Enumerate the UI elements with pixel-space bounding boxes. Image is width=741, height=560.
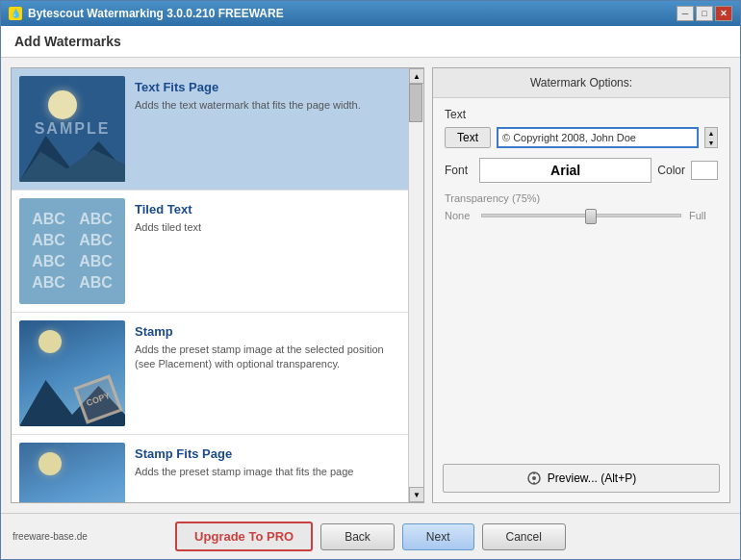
tiled-abc: ABC bbox=[27, 232, 70, 249]
transparency-slider-track[interactable] bbox=[481, 214, 681, 217]
page-heading: Add Watermarks bbox=[1, 26, 740, 58]
thumb-text-fits-page: SAMPLE bbox=[19, 76, 125, 182]
list-item[interactable]: ABC ABC ABC ABC ABC ABC ABC ABC Tiled Te… bbox=[12, 191, 408, 313]
list-item-text: Text Fits Page Adds the text watermark t… bbox=[135, 76, 400, 113]
sample-text: SAMPLE bbox=[35, 120, 111, 138]
options-header: Watermark Options: bbox=[433, 68, 729, 98]
font-label: Font bbox=[445, 164, 473, 177]
main-content: SAMPLE Text Fits Page Adds the text wate… bbox=[1, 58, 740, 513]
scroll-thumb-area bbox=[409, 84, 423, 487]
text-input[interactable] bbox=[497, 127, 699, 148]
list-item-text: Stamp Fits Page Adds the preset stamp im… bbox=[135, 443, 400, 479]
preview-icon bbox=[526, 471, 542, 486]
tiled-grid: ABC ABC ABC ABC ABC ABC ABC ABC bbox=[19, 203, 125, 299]
list-item-desc: Adds the preset stamp image that fits th… bbox=[135, 465, 400, 479]
transparency-slider-thumb[interactable] bbox=[585, 209, 597, 224]
list-item-desc: Adds the preset stamp image at the selec… bbox=[135, 343, 400, 372]
scroll-up-button[interactable]: ▲ bbox=[409, 68, 424, 84]
text-scrollbar[interactable]: ▲ ▼ bbox=[704, 127, 718, 148]
scroll-thumb[interactable] bbox=[409, 84, 422, 122]
app-icon: 💧 bbox=[9, 7, 22, 20]
list-item[interactable]: COPY Stamp Adds the preset stamp image a… bbox=[12, 313, 408, 435]
text-section-label: Text bbox=[445, 108, 718, 121]
tiled-abc: ABC bbox=[74, 211, 117, 228]
list-item-text: Tiled Text Adds tiled text bbox=[135, 198, 400, 235]
slider-full-label: Full bbox=[689, 210, 718, 221]
titlebar-controls: ─ □ ✕ bbox=[677, 6, 732, 21]
watermark-list-scroll[interactable]: SAMPLE Text Fits Page Adds the text wate… bbox=[12, 68, 408, 502]
freeware-link[interactable]: freeware-base.de bbox=[13, 531, 88, 542]
list-scrollbar[interactable]: ▲ ▼ bbox=[408, 68, 423, 502]
mountain2 bbox=[19, 139, 125, 182]
tiled-abc: ABC bbox=[27, 253, 70, 270]
list-item[interactable]: SAMPLE Text Fits Page Adds the text wate… bbox=[12, 68, 408, 191]
list-item-title: Stamp bbox=[135, 324, 400, 339]
cancel-button[interactable]: Cancel bbox=[482, 523, 566, 550]
font-button[interactable]: Arial bbox=[479, 158, 652, 183]
options-body: Text Text ▲ ▼ Font Arial Color Tra bbox=[433, 98, 729, 456]
text-scroll-up[interactable]: ▲ bbox=[705, 128, 717, 138]
text-row: Text ▲ ▼ bbox=[445, 127, 718, 148]
minimize-button[interactable]: ─ bbox=[677, 6, 694, 21]
list-item-title: Stamp Fits Page bbox=[135, 446, 400, 461]
text-button[interactable]: Text bbox=[445, 127, 491, 148]
small-moon bbox=[38, 452, 62, 475]
thumb-stamp-fits bbox=[19, 443, 125, 502]
bottom-bar: freeware-base.de Upgrade To PRO Back Nex… bbox=[1, 513, 740, 559]
list-item-desc: Adds the text watermark that fits the pa… bbox=[135, 98, 400, 113]
font-row: Font Arial Color bbox=[445, 158, 718, 183]
back-button[interactable]: Back bbox=[320, 523, 395, 550]
close-button[interactable]: ✕ bbox=[715, 6, 732, 21]
text-scroll-down[interactable]: ▼ bbox=[705, 138, 717, 147]
list-item-desc: Adds tiled text bbox=[135, 220, 400, 235]
next-button[interactable]: Next bbox=[402, 523, 474, 550]
list-item-title: Text Fits Page bbox=[135, 80, 400, 94]
tiled-abc: ABC bbox=[74, 232, 117, 249]
moon-decoration bbox=[48, 90, 77, 119]
svg-point-1 bbox=[532, 476, 536, 480]
color-label: Color bbox=[657, 164, 685, 177]
preview-label: Preview... (Alt+P) bbox=[548, 471, 636, 485]
thumb-stamp: COPY bbox=[19, 320, 125, 426]
preview-button[interactable]: Preview... (Alt+P) bbox=[443, 464, 720, 493]
slider-row: None Full bbox=[445, 210, 718, 221]
list-item-text: Stamp Adds the preset stamp image at the… bbox=[135, 320, 400, 372]
tiled-abc: ABC bbox=[27, 211, 70, 228]
app-window: 💧 Bytescout Watermarking 3.0.0.210 FREEW… bbox=[0, 0, 741, 560]
window-title: Bytescout Watermarking 3.0.0.210 FREEWAR… bbox=[28, 7, 284, 20]
transparency-label: Transparency (75%) bbox=[445, 192, 718, 204]
titlebar-title: 💧 Bytescout Watermarking 3.0.0.210 FREEW… bbox=[9, 7, 284, 20]
tiled-abc: ABC bbox=[74, 253, 117, 270]
scroll-down-button[interactable]: ▼ bbox=[409, 487, 424, 502]
small-moon bbox=[38, 330, 62, 353]
tiled-abc: ABC bbox=[27, 274, 70, 292]
titlebar: 💧 Bytescout Watermarking 3.0.0.210 FREEW… bbox=[1, 1, 740, 26]
color-swatch[interactable] bbox=[691, 161, 718, 180]
watermark-options-panel: Watermark Options: Text Text ▲ ▼ Font Ar… bbox=[432, 67, 730, 503]
list-item-title: Tiled Text bbox=[135, 202, 400, 216]
watermark-list-panel: SAMPLE Text Fits Page Adds the text wate… bbox=[11, 67, 424, 503]
upgrade-button[interactable]: Upgrade To PRO bbox=[175, 522, 313, 551]
thumb-tiled-text: ABC ABC ABC ABC ABC ABC ABC ABC bbox=[19, 198, 125, 304]
tiled-abc: ABC bbox=[74, 274, 117, 292]
maximize-button[interactable]: □ bbox=[696, 6, 713, 21]
list-item[interactable]: Stamp Fits Page Adds the preset stamp im… bbox=[12, 435, 408, 502]
transparency-row: Transparency (75%) None Full bbox=[445, 192, 718, 221]
slider-none-label: None bbox=[445, 210, 473, 221]
